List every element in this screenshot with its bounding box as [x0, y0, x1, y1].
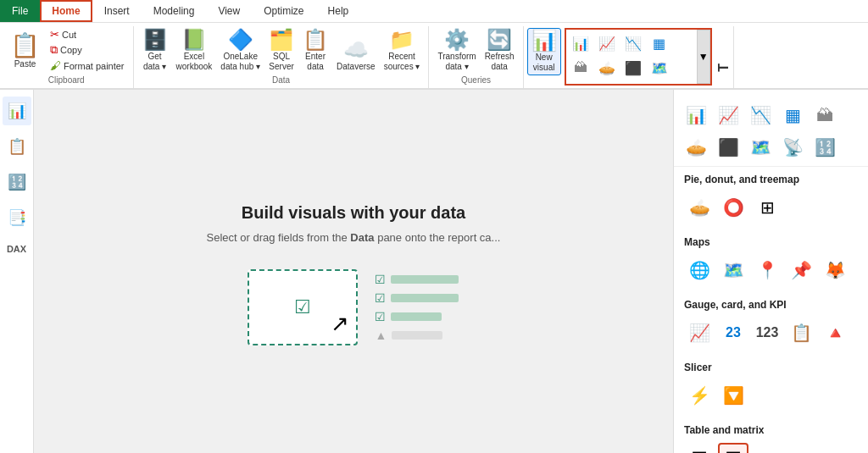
- list-row-4: ▲: [375, 329, 459, 342]
- bar-chart-icon[interactable]: 📊: [568, 31, 593, 55]
- new-visual-label: Newvisual: [533, 52, 555, 73]
- gauge-icon[interactable]: 📡: [568, 80, 593, 86]
- flyout-card2-icon[interactable]: 🔢: [810, 132, 840, 163]
- onelake-button[interactable]: 🔷 OneLakedata hub ▾: [217, 26, 264, 74]
- transform-icon: ⚙️: [444, 30, 470, 50]
- cursor-icon: ↗: [331, 311, 349, 337]
- map-icon2[interactable]: 🗺️: [718, 255, 748, 285]
- section-maps-title: Maps: [674, 229, 868, 251]
- paste-button[interactable]: 📋 Paste: [5, 26, 45, 74]
- visuals-group: 📊 Newvisual 📊 📈 📉 ▦ 🏔 🥧 ⬛ 🗺️: [524, 26, 734, 88]
- list-line-3: [391, 312, 442, 321]
- canvas-check-icon: ☑: [294, 296, 311, 318]
- tab-optimize[interactable]: Optimize: [252, 0, 315, 22]
- flyout-panel: 📊 📈 📉 ▦ 🏔 🥧 ⬛ 🗺️ 📡 🔢 Pie, donut, and tre…: [673, 90, 868, 453]
- canvas-content: Build visuals with your data Select or d…: [207, 203, 501, 345]
- sidebar-pages-icon[interactable]: 📑: [3, 203, 31, 232]
- dataverse-label: Dataverse: [337, 62, 376, 72]
- pin-map-icon[interactable]: 📌: [786, 255, 816, 285]
- new-visual-icon: 📊: [531, 30, 557, 51]
- sidebar-data-icon[interactable]: 📋: [3, 132, 31, 161]
- sidebar-model-icon[interactable]: 🔢: [3, 168, 31, 196]
- section-gauge-icons: 📈 23 123 📋 🔺: [674, 314, 868, 355]
- kpi2-icon[interactable]: 🔺: [820, 318, 850, 348]
- tab-modeling[interactable]: Modeling: [142, 0, 207, 22]
- visual-icons-grid: 📊 📈 📉 ▦ 🏔 🥧 ⬛ 🗺️ 📡 🔢: [568, 31, 695, 86]
- sidebar-dax-icon[interactable]: DAX: [2, 239, 31, 259]
- tab-help[interactable]: Help: [316, 0, 361, 22]
- recent-sources-button[interactable]: 📁 Recentsources ▾: [381, 26, 424, 74]
- slicer1-icon[interactable]: ⚡: [684, 380, 715, 411]
- shape-map-icon[interactable]: 🦊: [820, 255, 850, 285]
- line-chart-icon[interactable]: 📉: [620, 31, 646, 55]
- canvas-area: Build visuals with your data Select or d…: [34, 90, 673, 453]
- arrow-map-icon[interactable]: 📍: [752, 255, 782, 285]
- table-icon[interactable]: ⊞: [684, 443, 715, 453]
- map-icon[interactable]: 🗺️: [647, 56, 672, 80]
- card-number-icon[interactable]: 23: [718, 318, 748, 348]
- sidebar-report-icon[interactable]: 📊: [3, 97, 31, 125]
- area-chart-icon[interactable]: 🏔: [568, 56, 593, 80]
- enter-data-label: Enterdata: [305, 52, 326, 72]
- scatter-icon[interactable]: ⬛: [620, 56, 646, 80]
- flyout-scatter-icon[interactable]: ⬛: [713, 132, 743, 163]
- flyout-pie-icon[interactable]: 🥧: [681, 132, 711, 163]
- transform-label: Transformdata ▾: [437, 52, 476, 72]
- panel-scroll-button[interactable]: ▼: [697, 30, 710, 84]
- excel-label: Excelworkbook: [176, 52, 213, 72]
- transform-data-button[interactable]: ⚙️ Transformdata ▾: [434, 26, 479, 74]
- format-painter-button[interactable]: 🖌 Format painter: [47, 58, 128, 73]
- cut-button[interactable]: ✂ Cut: [47, 27, 128, 41]
- get-data-button[interactable]: 🗄️ Getdata ▾: [139, 26, 171, 74]
- data-group: 🗄️ Getdata ▾ 📗 Excelworkbook 🔷 OneLakeda…: [134, 26, 430, 88]
- clipboard-btns: 📋 Paste ✂ Cut ⧉ Copy 🖌: [5, 26, 128, 74]
- format-painter-label: Format painter: [64, 61, 125, 71]
- slicer2-icon[interactable]: 🔽: [718, 380, 748, 411]
- canvas-illustration: ☑ ↗ ☑ ☑ ☑: [207, 269, 501, 345]
- section-pie-title: Pie, donut, and treemap: [674, 167, 868, 189]
- flyout-bar-icon[interactable]: 📊: [681, 100, 711, 130]
- matrix-icon[interactable]: ⊟ Matrix: [718, 443, 748, 453]
- card-icon[interactable]: 🔢: [594, 80, 620, 86]
- tab-view[interactable]: View: [206, 0, 252, 22]
- new-visual-button[interactable]: 📊 Newvisual: [527, 28, 561, 75]
- enter-data-button[interactable]: 📋 Enterdata: [299, 26, 331, 74]
- gauge-chart-icon[interactable]: 📈: [684, 318, 715, 348]
- sql-server-button[interactable]: 🗂️ SQLServer: [265, 26, 298, 74]
- paste-icon: 📋: [10, 31, 40, 59]
- dataverse-button[interactable]: ☁️ Dataverse: [333, 26, 379, 74]
- flyout-area-icon[interactable]: 🏔: [810, 100, 840, 130]
- t-button[interactable]: T: [714, 26, 733, 74]
- flyout-line-icon[interactable]: 📉: [745, 100, 776, 130]
- ribbon-content: 📋 Paste ✂ Cut ⧉ Copy 🖌: [0, 23, 868, 89]
- list-line-1: [391, 275, 459, 284]
- excel-workbook-button[interactable]: 📗 Excelworkbook: [173, 26, 216, 74]
- data-group-items: 🗄️ Getdata ▾ 📗 Excelworkbook 🔷 OneLakeda…: [139, 26, 424, 74]
- refresh-label: Refreshdata: [485, 52, 515, 72]
- pie-chart-icon[interactable]: 🥧: [594, 56, 620, 80]
- refresh-data-button[interactable]: 🔄 Refreshdata: [481, 26, 518, 74]
- treemap-icon[interactable]: ⊞: [752, 192, 782, 223]
- sql-icon: 🗂️: [269, 30, 294, 50]
- flyout-stacked-icon[interactable]: 📈: [713, 100, 743, 130]
- globe-icon[interactable]: 🌐: [684, 255, 715, 285]
- tab-insert[interactable]: Insert: [92, 0, 142, 22]
- column-chart-icon[interactable]: ▦: [647, 31, 672, 55]
- donut-icon[interactable]: ⭕: [718, 192, 748, 223]
- section-gauge-title: Gauge, card, and KPI: [674, 292, 868, 314]
- flyout-map2-icon[interactable]: 🗺️: [745, 132, 776, 163]
- tab-file[interactable]: File: [0, 0, 40, 22]
- list-check-3: ☑: [375, 310, 386, 323]
- multirow-card-icon[interactable]: 123: [752, 318, 782, 348]
- kpi-icon[interactable]: 📋: [786, 318, 816, 348]
- stacked-bar-icon[interactable]: 📈: [594, 31, 620, 55]
- flyout-gauge2-icon[interactable]: 📡: [777, 132, 808, 163]
- pie-icon[interactable]: 🥧: [684, 192, 715, 223]
- tab-home[interactable]: Home: [40, 0, 92, 22]
- copy-button[interactable]: ⧉ Copy: [47, 42, 128, 58]
- flyout-col-icon[interactable]: ▦: [777, 100, 808, 130]
- queries-label: Queries: [434, 75, 517, 85]
- enter-data-icon: 📋: [303, 30, 328, 50]
- ribbon-tab-bar: File Home Insert Modeling View Optimize …: [0, 0, 868, 23]
- main-area: 📊 📋 🔢 📑 DAX Build visuals with your data…: [0, 90, 868, 453]
